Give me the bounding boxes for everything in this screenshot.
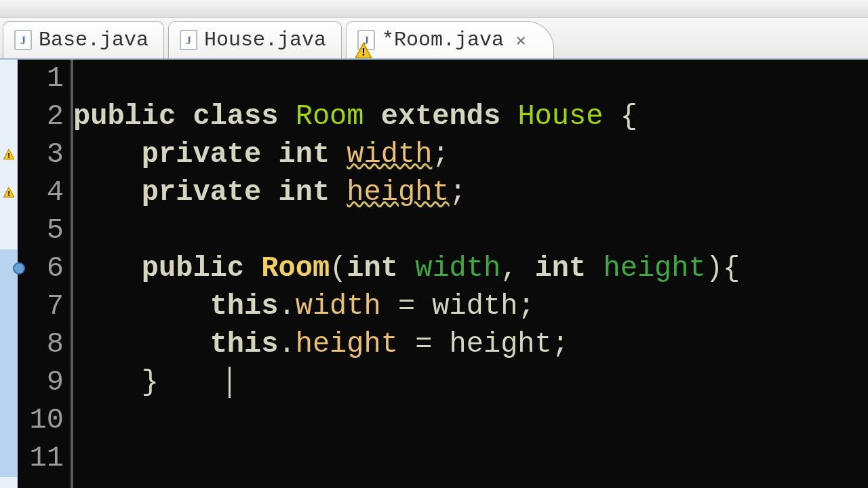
window-top-strip <box>0 0 868 18</box>
svg-text:!: ! <box>7 190 12 198</box>
line-number: 11 <box>18 439 64 477</box>
warning-marker-icon: ! <box>2 148 16 161</box>
svg-text:J: J <box>186 35 191 46</box>
java-file-icon: J <box>180 30 197 50</box>
tab-label: Base.java <box>39 28 149 52</box>
line-number: 7 <box>18 287 64 325</box>
java-file-icon: J <box>14 30 32 50</box>
line-number: 9 <box>18 363 64 401</box>
method-marker-icon <box>13 262 25 274</box>
code-line: this.height = height; <box>73 325 868 363</box>
tab-label: House.java <box>204 28 326 52</box>
line-number-gutter: 1 2 3 4 5 6 7 8 9 10 11 <box>18 60 71 488</box>
close-icon[interactable]: ✕ <box>516 30 526 50</box>
code-line: public Room(int width, int height){ <box>73 249 868 287</box>
code-line: } <box>73 363 868 401</box>
tab-base-java[interactable]: J Base.java <box>3 21 164 58</box>
text-cursor <box>229 367 231 398</box>
code-line: private int width; <box>73 136 868 174</box>
editor-tab-bar: J Base.java J House.java J ! *Room.java … <box>0 18 868 60</box>
line-number: 3 <box>18 136 64 174</box>
line-number: 1 <box>18 60 64 98</box>
java-file-icon: J ! <box>357 30 375 50</box>
line-number: 8 <box>18 325 64 363</box>
marker-column: ! ! <box>0 60 18 488</box>
code-line <box>73 60 868 98</box>
code-line <box>73 401 868 439</box>
svg-text:J: J <box>20 35 26 46</box>
line-number: 10 <box>18 401 64 439</box>
svg-text:!: ! <box>7 152 12 160</box>
warning-marker-icon: ! <box>2 186 16 199</box>
code-line: this.width = width; <box>73 287 868 325</box>
code-line <box>73 439 868 477</box>
svg-text:!: ! <box>360 47 367 59</box>
tab-label: *Room.java <box>382 28 504 52</box>
code-editor[interactable]: ! ! 1 2 3 4 5 6 7 8 9 10 11 public cl <box>0 60 868 488</box>
warning-overlay-icon: ! <box>355 41 367 53</box>
code-line <box>73 211 868 249</box>
line-number: 5 <box>18 211 64 249</box>
line-number: 2 <box>18 98 64 136</box>
line-number: 4 <box>18 174 64 211</box>
tab-room-java[interactable]: J ! *Room.java ✕ <box>346 21 553 58</box>
code-line: public class Room extends House { <box>73 98 868 136</box>
code-area[interactable]: public class Room extends House { privat… <box>73 60 868 488</box>
tab-house-java[interactable]: J House.java <box>168 21 342 58</box>
code-line: private int height; <box>73 174 868 211</box>
